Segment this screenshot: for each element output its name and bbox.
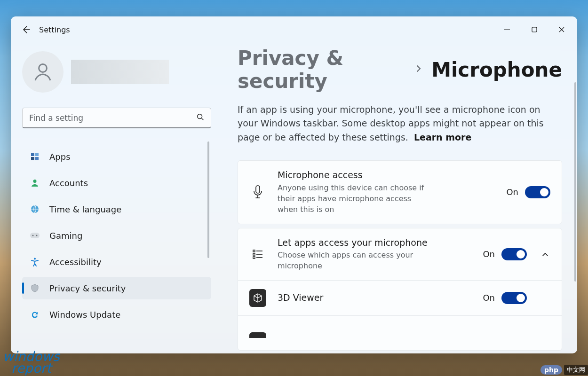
profile-area[interactable] <box>22 51 211 93</box>
nav-label: Apps <box>49 152 71 162</box>
toggle-state-label: On <box>483 249 495 259</box>
nav-label: Gaming <box>49 231 82 241</box>
toggle-group: On <box>506 186 550 198</box>
chevron-right-icon <box>414 64 423 75</box>
setting-text: Let apps access your microphone Choose w… <box>278 237 471 272</box>
nav-item-accessibility[interactable]: Accessibility <box>22 251 211 273</box>
window-body: Apps Accounts Time & language Gaming Acc… <box>11 43 577 353</box>
app-icon-container <box>249 332 266 338</box>
nav-label: Time & language <box>49 204 121 214</box>
nav-label: Accessibility <box>49 257 102 267</box>
setting-row-let-apps[interactable]: Let apps access your microphone Choose w… <box>238 228 562 280</box>
breadcrumb: Privacy & security Microphone <box>238 47 562 93</box>
setting-row-mic-access: Microphone access Anyone using this devi… <box>238 161 562 223</box>
microphone-icon <box>249 185 266 200</box>
setting-title: Microphone access <box>278 169 495 181</box>
app-list-icon <box>249 248 266 260</box>
setting-card-mic-access: Microphone access Anyone using this devi… <box>238 160 562 224</box>
nav-label: Accounts <box>49 178 88 188</box>
main-scrollbar[interactable] <box>574 82 576 282</box>
svg-line-4 <box>202 118 204 120</box>
time-language-icon <box>30 204 40 214</box>
profile-name-redacted <box>71 60 169 84</box>
update-icon <box>30 309 40 320</box>
learn-more-link[interactable]: Learn more <box>414 132 471 142</box>
nav-label: Privacy & security <box>49 283 126 293</box>
let-apps-toggle[interactable] <box>501 248 527 260</box>
accessibility-icon <box>30 257 40 267</box>
app-row-partial <box>238 315 562 350</box>
svg-rect-5 <box>31 153 34 156</box>
titlebar: Settings <box>11 16 577 43</box>
avatar <box>22 51 64 93</box>
nav-item-accounts[interactable]: Accounts <box>22 172 211 194</box>
nav-item-windows-update[interactable]: Windows Update <box>22 303 211 326</box>
nav-item-privacy-security[interactable]: Privacy & security <box>22 277 211 299</box>
svg-rect-16 <box>253 250 255 252</box>
close-icon <box>558 26 565 33</box>
svg-point-13 <box>36 235 38 236</box>
minimize-icon <box>504 26 510 33</box>
breadcrumb-parent[interactable]: Privacy & security <box>238 47 406 93</box>
window-controls <box>493 20 575 39</box>
nav-label: Windows Update <box>49 310 120 320</box>
nav-item-apps[interactable]: Apps <box>22 145 211 168</box>
watermark-right: php 中文网 <box>540 365 588 375</box>
svg-rect-8 <box>35 157 39 160</box>
expand-button[interactable] <box>540 249 550 259</box>
maximize-button[interactable] <box>521 20 548 39</box>
svg-point-9 <box>33 180 37 183</box>
page-description: If an app is using your microphone, you'… <box>238 103 557 144</box>
nav-item-time-language[interactable]: Time & language <box>22 198 211 220</box>
setting-title: Let apps access your microphone <box>278 237 471 249</box>
svg-rect-6 <box>35 153 39 156</box>
svg-rect-11 <box>30 233 40 238</box>
svg-point-3 <box>198 114 202 119</box>
svg-rect-7 <box>31 157 34 160</box>
nav-scrollbar[interactable] <box>207 141 209 258</box>
nav-list: Apps Accounts Time & language Gaming Acc… <box>22 141 211 353</box>
watermark-left: windows report <box>0 349 63 376</box>
toggle-group: On <box>483 292 527 304</box>
search-input[interactable] <box>22 108 211 128</box>
minimize-button[interactable] <box>493 20 521 39</box>
toggle-state-label: On <box>506 187 518 197</box>
back-arrow-icon <box>21 25 31 34</box>
toggle-group: On <box>483 248 527 260</box>
accounts-icon <box>30 178 40 188</box>
3d-viewer-icon <box>249 289 266 307</box>
back-button[interactable] <box>13 16 39 43</box>
app-row-3d-viewer: 3D Viewer On <box>238 280 562 315</box>
breadcrumb-current: Microphone <box>431 58 562 81</box>
mic-access-toggle[interactable] <box>525 186 550 198</box>
svg-rect-15 <box>256 186 260 193</box>
setting-card-let-apps: Let apps access your microphone Choose w… <box>238 228 562 351</box>
svg-rect-1 <box>532 27 537 32</box>
setting-subtitle: Anyone using this device can choose if t… <box>278 182 428 215</box>
search-container <box>22 108 211 128</box>
toggle-state-label: On <box>483 293 495 303</box>
svg-point-2 <box>39 64 47 72</box>
maximize-icon <box>531 26 538 33</box>
app-icon-partial <box>249 332 266 338</box>
svg-rect-18 <box>253 253 255 255</box>
apps-icon <box>30 151 40 162</box>
gaming-icon <box>30 230 40 241</box>
setting-subtitle: Choose which apps can access your microp… <box>278 250 428 271</box>
privacy-icon <box>30 283 40 293</box>
svg-rect-20 <box>253 257 255 258</box>
close-button[interactable] <box>548 20 575 39</box>
setting-text: Microphone access Anyone using this devi… <box>278 169 495 215</box>
svg-point-12 <box>32 235 34 236</box>
sidebar: Apps Accounts Time & language Gaming Acc… <box>11 43 222 353</box>
person-icon <box>32 61 54 83</box>
app-name-text: 3D Viewer <box>278 292 471 304</box>
nav-item-gaming[interactable]: Gaming <box>22 224 211 247</box>
main-content: Privacy & security Microphone If an app … <box>222 43 577 353</box>
settings-window: Settings Apps <box>11 16 577 353</box>
app-3d-viewer-toggle[interactable] <box>501 292 527 304</box>
search-icon <box>196 113 205 123</box>
window-title: Settings <box>39 25 70 34</box>
svg-point-14 <box>34 258 36 260</box>
chevron-up-icon <box>541 251 549 258</box>
